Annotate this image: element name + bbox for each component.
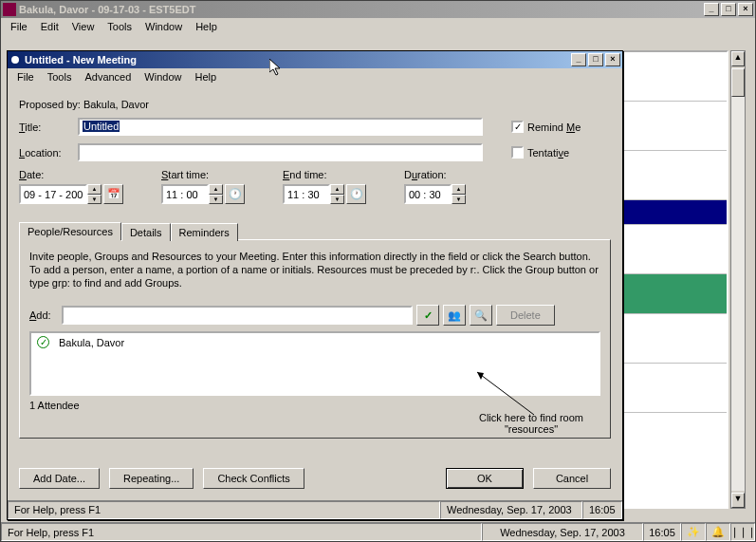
scroll-down-icon[interactable]: ▼ — [731, 493, 745, 508]
end-time-input[interactable] — [283, 184, 330, 204]
location-label: Location: — [19, 147, 78, 159]
start-time-label: Start time: — [161, 169, 245, 180]
attendee-row[interactable]: ✓ Bakula, Davor — [37, 336, 593, 348]
dmenu-help[interactable]: Help — [189, 69, 222, 84]
main-titlebar: Bakula, Davor - 09-17-03 - EST5EDT _ □ × — [1, 1, 755, 18]
title-input[interactable]: Untitled — [78, 118, 483, 136]
dialog-status-time: 16:05 — [582, 501, 622, 519]
checkbox-icon — [511, 146, 524, 159]
menu-edit[interactable]: Edit — [35, 19, 65, 34]
tab-details[interactable]: Details — [121, 223, 171, 241]
people-icon: 👥 — [448, 309, 461, 322]
delete-button[interactable]: Delete — [496, 305, 555, 326]
duration-input[interactable] — [404, 184, 452, 204]
attendee-count: 1 Attendee — [29, 400, 600, 411]
dmenu-window[interactable]: Window — [138, 69, 187, 84]
add-date-button[interactable]: Add Date... — [19, 468, 100, 489]
dialog-status-date: Wednesday, Sep. 17, 2003 — [440, 501, 582, 519]
calendar-picker-button[interactable]: 📅 — [103, 184, 123, 204]
main-statusbar: For Help, press F1 Wednesday, Sep. 17, 2… — [1, 522, 755, 541]
location-input[interactable] — [78, 143, 483, 161]
status-date: Wednesday, Sep. 17, 2003 — [482, 523, 643, 541]
proposed-by-value: Bakula, Davor — [83, 99, 149, 110]
annotation-text: Click here to find room "resources" — [474, 412, 588, 435]
search-icon: 🔍 — [474, 309, 488, 322]
dmenu-tools[interactable]: Tools — [42, 69, 78, 84]
dmenu-file[interactable]: File — [11, 69, 40, 84]
proposed-by-label: Proposed by: — [19, 99, 81, 110]
menu-tools[interactable]: Tools — [101, 19, 138, 34]
instructions-text: Invite people, Groups and Resources to y… — [29, 250, 600, 290]
dialog-maximize-button[interactable]: □ — [588, 53, 603, 66]
confirm-add-button[interactable]: ✓ — [416, 305, 439, 326]
ok-button[interactable]: OK — [446, 468, 524, 489]
tentative-checkbox[interactable]: Tentative — [511, 146, 569, 159]
app-icon — [3, 3, 16, 16]
duration-spinner[interactable]: ▲▼ — [452, 184, 466, 204]
dialog-titlebar[interactable]: Untitled - New Meeting _ □ × — [8, 51, 622, 68]
dialog-status-help: For Help, press F1 — [8, 501, 440, 519]
calendar-scrollbar[interactable]: ▲ ▼ — [730, 50, 746, 509]
date-label: Date: — [19, 169, 123, 180]
repeating-button[interactable]: Repeating... — [109, 468, 194, 489]
minimize-button[interactable]: _ — [704, 3, 719, 16]
tab-people-resources[interactable]: People/Resources — [19, 222, 121, 240]
tab-reminders[interactable]: Reminders — [171, 223, 238, 241]
dialog-close-button[interactable]: × — [605, 53, 620, 66]
clock-icon: 🕐 — [350, 188, 363, 200]
main-menubar: File Edit View Tools Window Help — [1, 18, 755, 35]
attendee-list[interactable]: ✓ Bakula, Davor — [29, 331, 600, 396]
check-icon: ✓ — [424, 309, 433, 322]
new-meeting-dialog: Untitled - New Meeting _ □ × File Tools … — [7, 50, 623, 520]
clock-icon: 🕐 — [229, 188, 242, 200]
tab-panel: Invite people, Groups and Resources to y… — [19, 239, 611, 439]
status-bars-icon[interactable]: ❘❘❘ — [730, 523, 755, 541]
close-button[interactable]: × — [738, 3, 753, 16]
cancel-button[interactable]: Cancel — [533, 468, 611, 489]
status-help: For Help, press F1 — [1, 523, 482, 541]
dmenu-advanced[interactable]: Advanced — [79, 69, 137, 84]
dialog-menubar: File Tools Advanced Window Help — [8, 68, 622, 85]
status-time: 16:05 — [643, 523, 681, 541]
start-time-input[interactable] — [161, 184, 209, 204]
maximize-button[interactable]: □ — [721, 3, 736, 16]
tab-strip: People/Resources Details Reminders — [19, 221, 611, 239]
status-bell-icon[interactable]: 🔔 — [706, 523, 730, 541]
checkbox-checked-icon: ✓ — [511, 121, 524, 133]
dialog-title: Untitled - New Meeting — [25, 54, 571, 65]
date-spinner[interactable]: ▲▼ — [87, 184, 101, 204]
end-clock-button[interactable]: 🕐 — [346, 184, 366, 204]
main-title: Bakula, Davor - 09-17-03 - EST5EDT — [19, 4, 704, 15]
remind-me-checkbox[interactable]: ✓ Remind Me — [511, 121, 581, 133]
group-button[interactable]: 👥 — [443, 305, 466, 326]
menu-help[interactable]: Help — [190, 19, 223, 34]
check-conflicts-button[interactable]: Check Conflicts — [203, 468, 304, 489]
search-resources-button[interactable]: 🔍 — [470, 305, 492, 326]
duration-label: Duration: — [404, 169, 466, 180]
scroll-up-icon[interactable]: ▲ — [731, 51, 745, 66]
menu-window[interactable]: Window — [139, 19, 188, 34]
end-spinner[interactable]: ▲▼ — [330, 184, 344, 204]
attendee-name: Bakula, Davor — [59, 337, 124, 348]
title-label: Title: — [19, 121, 78, 133]
start-clock-button[interactable]: 🕐 — [225, 184, 245, 204]
dialog-minimize-button[interactable]: _ — [571, 53, 586, 66]
add-label: Add: — [29, 309, 58, 321]
attendee-status-icon: ✓ — [37, 336, 49, 348]
calendar-icon: 📅 — [107, 188, 120, 200]
date-input[interactable] — [19, 184, 87, 204]
status-wand-icon[interactable]: ✨ — [681, 523, 706, 541]
dialog-statusbar: For Help, press F1 Wednesday, Sep. 17, 2… — [8, 500, 622, 519]
add-input[interactable] — [62, 306, 413, 325]
menu-view[interactable]: View — [66, 19, 101, 34]
scroll-thumb[interactable] — [731, 68, 745, 97]
menu-file[interactable]: File — [5, 19, 33, 34]
end-time-label: End time: — [283, 169, 366, 180]
dialog-icon — [9, 54, 21, 65]
start-spinner[interactable]: ▲▼ — [209, 184, 223, 204]
